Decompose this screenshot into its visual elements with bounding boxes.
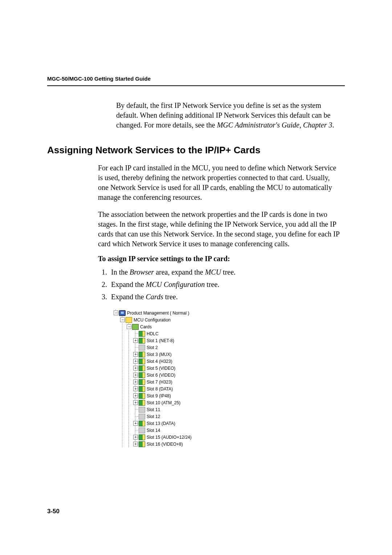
expander-icon[interactable]: + bbox=[133, 359, 138, 364]
empty-slot-icon bbox=[139, 345, 145, 351]
card-icon bbox=[139, 434, 145, 440]
expander-icon[interactable]: + bbox=[133, 352, 138, 357]
tree-item-label: Slot 1 (NET-8) bbox=[147, 338, 174, 343]
expander-icon[interactable]: + bbox=[133, 366, 138, 370]
step-1: In the Browser area, expand the MCU tree… bbox=[109, 267, 341, 278]
header-rule bbox=[47, 85, 345, 86]
card-icon bbox=[139, 386, 145, 392]
expander-icon[interactable]: + bbox=[133, 442, 138, 446]
expander-icon[interactable]: − bbox=[120, 317, 125, 322]
card-icon bbox=[139, 379, 145, 385]
tree-cards[interactable]: − Cards bbox=[113, 323, 345, 330]
procedure-steps: In the Browser area, expand the MCU tree… bbox=[98, 267, 341, 302]
tree-item[interactable]: +Slot 10 (ATM_25) bbox=[113, 399, 345, 406]
expander-icon[interactable]: − bbox=[127, 324, 131, 329]
tree-view[interactable]: − Product Management ( Normal ) − MCU Co… bbox=[113, 309, 345, 447]
tree-item-label: Slot 10 (ATM_25) bbox=[147, 400, 180, 405]
tree-item[interactable]: +Slot 5 (VIDEO) bbox=[113, 365, 345, 372]
tree-item-label: Slot 14 bbox=[147, 428, 160, 433]
tree-item[interactable]: +Slot 6 (VIDEO) bbox=[113, 372, 345, 378]
tree-item-label: Slot 6 (VIDEO) bbox=[147, 373, 175, 378]
running-header: MGC-50/MGC-100 Getting Started Guide bbox=[47, 76, 345, 82]
tree-item-label: HDLC bbox=[147, 331, 159, 336]
tree-item[interactable]: +Slot 4 (H323) bbox=[113, 358, 345, 365]
card-icon bbox=[139, 441, 145, 447]
tree-item-label: Slot 12 bbox=[147, 414, 160, 419]
tree-item-label: Slot 3 (MUX) bbox=[147, 352, 172, 357]
tree-item[interactable]: +Slot 7 (H323) bbox=[113, 378, 345, 385]
expander-icon[interactable]: + bbox=[133, 338, 138, 343]
tree-config-label: MCU Configuration bbox=[134, 317, 171, 323]
tree-config[interactable]: − MCU Configuration bbox=[113, 316, 345, 323]
tree-root-label: Product Management ( Normal ) bbox=[127, 311, 189, 316]
tree-item[interactable]: +Slot 15 (AUDIO+12/24) bbox=[113, 434, 345, 441]
tree-item-label: Slot 11 bbox=[147, 407, 160, 412]
tree-item[interactable]: +Slot 1 (NET-8) bbox=[113, 337, 345, 344]
card-icon bbox=[139, 352, 145, 357]
tree-item[interactable]: Slot 2 bbox=[113, 344, 345, 351]
tree-item-label: Slot 9 (IP48) bbox=[147, 393, 171, 398]
procedure-subhead: To assign IP service settings to the IP … bbox=[98, 255, 345, 263]
card-icon bbox=[139, 393, 145, 399]
tree-item-label: Slot 8 (DATA) bbox=[147, 386, 173, 392]
tree-root[interactable]: − Product Management ( Normal ) bbox=[113, 309, 345, 316]
expander-icon[interactable]: + bbox=[133, 373, 138, 377]
tree-item[interactable]: HDLC bbox=[113, 330, 345, 337]
step-3: Expand the Cards tree. bbox=[109, 291, 341, 302]
tree-item[interactable]: Slot 12 bbox=[113, 413, 345, 420]
empty-slot-icon bbox=[139, 407, 145, 413]
card-icon bbox=[139, 358, 145, 364]
empty-slot-icon bbox=[139, 428, 145, 433]
tree-item-label: Slot 7 (H323) bbox=[147, 380, 172, 385]
intro-text-italic: MGC Administrator's Guide, Chapter 3 bbox=[217, 121, 332, 129]
section-para-1: For each IP card installed in the MCU, y… bbox=[98, 163, 341, 202]
card-icon bbox=[139, 338, 145, 344]
tree-item-label: Slot 2 bbox=[147, 345, 158, 350]
expander-icon[interactable]: + bbox=[133, 421, 138, 426]
tree-item[interactable]: Slot 14 bbox=[113, 427, 345, 434]
tree-item[interactable]: +Slot 16 (VIDEO+8) bbox=[113, 441, 345, 447]
card-icon bbox=[139, 421, 145, 426]
tree-item[interactable]: Slot 11 bbox=[113, 406, 345, 413]
tree-item[interactable]: +Slot 3 (MUX) bbox=[113, 351, 345, 358]
expander-icon[interactable]: − bbox=[114, 311, 118, 315]
card-icon bbox=[139, 400, 145, 406]
intro-text-c: . bbox=[332, 121, 334, 129]
expander-icon[interactable]: + bbox=[133, 435, 138, 439]
expander-icon[interactable]: + bbox=[133, 380, 138, 384]
expander-icon[interactable]: + bbox=[133, 386, 138, 391]
cards-icon bbox=[132, 324, 139, 330]
tree-item[interactable]: +Slot 9 (IP48) bbox=[113, 392, 345, 399]
tree-item[interactable]: +Slot 8 (DATA) bbox=[113, 385, 345, 392]
tree-item-label: Slot 5 (VIDEO) bbox=[147, 366, 175, 371]
card-icon bbox=[139, 331, 145, 337]
tree-item-label: Slot 15 (AUDIO+12/24) bbox=[147, 435, 192, 440]
expander-icon[interactable]: + bbox=[133, 393, 138, 398]
intro-paragraph: By default, the first IP Network Service… bbox=[116, 101, 341, 130]
page-number: 3-50 bbox=[47, 508, 60, 515]
section-heading: Assigning Network Services to the IP/IP+… bbox=[47, 145, 345, 156]
config-icon bbox=[126, 317, 132, 323]
card-icon bbox=[139, 365, 145, 371]
monitor-icon bbox=[119, 310, 126, 316]
tree-item-label: Slot 4 (H323) bbox=[147, 359, 172, 364]
expander-icon[interactable]: + bbox=[133, 400, 138, 405]
step-2: Expand the MCU Configuration tree. bbox=[109, 279, 341, 290]
tree-item-label: Slot 16 (VIDEO+8) bbox=[147, 442, 183, 447]
tree-item-label: Slot 13 (DATA) bbox=[147, 421, 175, 426]
tree-cards-label: Cards bbox=[140, 324, 152, 329]
card-icon bbox=[139, 372, 145, 378]
tree-item[interactable]: +Slot 13 (DATA) bbox=[113, 420, 345, 427]
empty-slot-icon bbox=[139, 414, 145, 420]
section-para-2: The association between the network prop… bbox=[98, 210, 341, 249]
